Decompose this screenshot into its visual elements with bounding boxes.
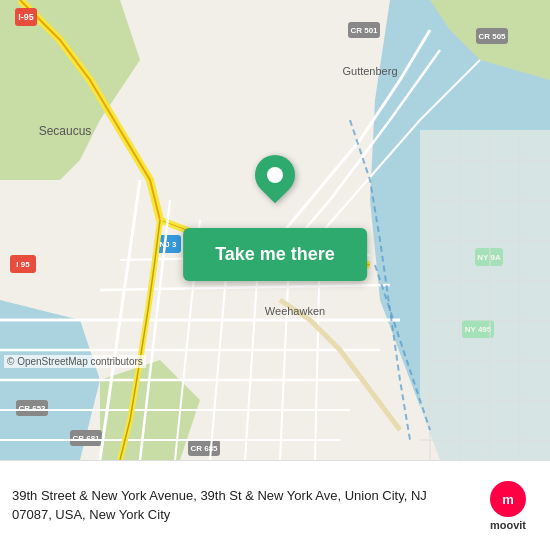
map-container: I-95 I 95 NJ 3 CR 501 CR 505 NY 9A NY 49… — [0, 0, 550, 460]
svg-text:CR 505: CR 505 — [478, 32, 506, 41]
svg-text:CR 685: CR 685 — [190, 444, 218, 453]
location-pin — [255, 155, 295, 195]
address-text: 39th Street & New York Avenue, 39th St &… — [12, 487, 468, 523]
moovit-logo: m moovit — [478, 481, 538, 531]
take-me-there-button[interactable]: Take me there — [183, 228, 367, 281]
svg-text:NJ 3: NJ 3 — [160, 240, 177, 249]
svg-text:CR 681: CR 681 — [72, 434, 100, 443]
moovit-brand-text: moovit — [490, 519, 526, 531]
svg-text:I-95: I-95 — [18, 12, 34, 22]
svg-text:Weehawken: Weehawken — [265, 305, 325, 317]
svg-text:Guttenberg: Guttenberg — [342, 65, 397, 77]
attribution-text: © OpenStreetMap contributors — [7, 356, 143, 367]
svg-rect-38 — [420, 130, 550, 460]
moovit-icon: m — [490, 481, 526, 517]
osm-attribution: © OpenStreetMap contributors — [4, 355, 146, 368]
svg-text:I 95: I 95 — [16, 260, 30, 269]
address-full: 39th Street & New York Avenue, 39th St &… — [12, 488, 427, 521]
svg-text:m: m — [502, 492, 514, 507]
moovit-logo-svg: m — [497, 488, 519, 510]
svg-text:CR 653: CR 653 — [18, 404, 46, 413]
svg-text:Secaucus: Secaucus — [39, 124, 92, 138]
svg-text:CR 501: CR 501 — [350, 26, 378, 35]
info-bar: 39th Street & New York Avenue, 39th St &… — [0, 460, 550, 550]
